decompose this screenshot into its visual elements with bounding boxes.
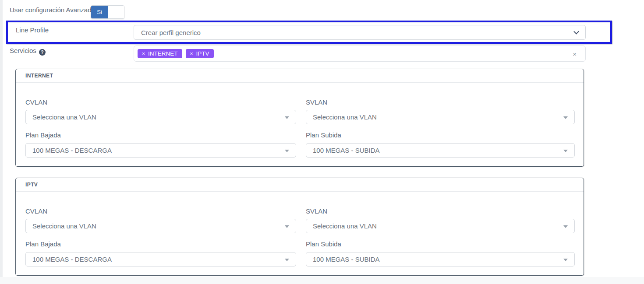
advanced-configuration-form: Usar configuración Avanzada Si Line Prof… bbox=[0, 0, 644, 284]
plan-subida-label: Plan Subida bbox=[306, 240, 575, 248]
cvlan-label: CVLAN bbox=[25, 98, 296, 106]
cvlan-label: CVLAN bbox=[25, 207, 296, 215]
iptv-card: IPTV CVLAN Selecciona una VLAN Plan Baja… bbox=[15, 178, 584, 276]
servicios-label: Servicios? bbox=[10, 47, 46, 56]
clear-all-icon[interactable]: × bbox=[573, 50, 577, 57]
iptv-card-header: IPTV bbox=[16, 178, 584, 192]
svlan-select[interactable]: Selecciona una VLAN bbox=[306, 219, 575, 233]
internet-left-column: CVLAN Selecciona una VLAN Plan Bajada 10… bbox=[25, 83, 296, 158]
caret-down-icon bbox=[563, 116, 568, 119]
advanced-config-label: Usar configuración Avanzada bbox=[10, 6, 95, 14]
caret-down-icon bbox=[563, 259, 568, 261]
plan-bajada-select-value: 100 MEGAS - DESCARGA bbox=[32, 256, 112, 263]
svlan-select[interactable]: Selecciona una VLAN bbox=[306, 110, 575, 124]
chevron-down-icon bbox=[573, 29, 579, 35]
plan-bajada-select[interactable]: 100 MEGAS - DESCARGA bbox=[25, 252, 296, 266]
caret-down-icon bbox=[563, 225, 568, 228]
remove-iptv-icon[interactable]: × bbox=[190, 51, 193, 56]
advanced-config-toggle[interactable]: Si bbox=[91, 5, 124, 19]
plan-subida-select-value: 100 MEGAS - SUBIDA bbox=[313, 147, 380, 154]
servicios-label-text: Servicios bbox=[10, 47, 36, 54]
tag-iptv-label: IPTV bbox=[196, 50, 209, 57]
caret-down-icon bbox=[285, 225, 289, 228]
internet-card-title: INTERNET bbox=[25, 73, 53, 79]
internet-right-column: SVLAN Selecciona una VLAN Plan Subida 10… bbox=[306, 83, 575, 158]
caret-down-icon bbox=[285, 150, 289, 152]
svlan-select-value: Selecciona una VLAN bbox=[313, 113, 377, 121]
svlan-select-value: Selecciona una VLAN bbox=[313, 222, 377, 230]
internet-card-header: INTERNET bbox=[16, 69, 584, 83]
cvlan-select-value: Selecciona una VLAN bbox=[32, 113, 96, 121]
line-profile-label: Line Profile bbox=[16, 26, 49, 34]
remove-internet-icon[interactable]: × bbox=[142, 51, 145, 56]
tag-internet: × INTERNET bbox=[138, 49, 182, 58]
iptv-card-title: IPTV bbox=[25, 182, 38, 188]
bottom-background bbox=[0, 277, 644, 284]
plan-subida-select[interactable]: 100 MEGAS - SUBIDA bbox=[306, 252, 575, 266]
caret-down-icon bbox=[285, 259, 289, 261]
caret-down-icon bbox=[563, 150, 568, 152]
svlan-label: SVLAN bbox=[306, 207, 575, 215]
plan-subida-label: Plan Subida bbox=[306, 131, 575, 139]
line-profile-selected-value: Crear perfil generico bbox=[141, 29, 201, 36]
cvlan-select[interactable]: Selecciona una VLAN bbox=[25, 110, 296, 124]
toggle-off-segment bbox=[108, 6, 124, 18]
iptv-left-column: CVLAN Selecciona una VLAN Plan Bajada 10… bbox=[25, 192, 296, 266]
iptv-right-column: SVLAN Selecciona una VLAN Plan Subida 10… bbox=[306, 192, 575, 266]
cvlan-select[interactable]: Selecciona una VLAN bbox=[25, 219, 296, 233]
svlan-label: SVLAN bbox=[306, 98, 575, 106]
tag-iptv: × IPTV bbox=[186, 49, 214, 58]
plan-bajada-select[interactable]: 100 MEGAS - DESCARGA bbox=[25, 143, 296, 158]
help-icon[interactable]: ? bbox=[39, 49, 46, 56]
left-edge-strip bbox=[0, 0, 3, 284]
line-profile-select[interactable]: Crear perfil generico bbox=[134, 25, 586, 40]
cvlan-select-value: Selecciona una VLAN bbox=[32, 222, 96, 230]
tag-internet-label: INTERNET bbox=[148, 50, 178, 57]
plan-bajada-label: Plan Bajada bbox=[25, 131, 296, 139]
internet-card: INTERNET CVLAN Selecciona una VLAN Plan … bbox=[15, 69, 584, 167]
plan-subida-select-value: 100 MEGAS - SUBIDA bbox=[313, 256, 380, 263]
plan-bajada-select-value: 100 MEGAS - DESCARGA bbox=[32, 147, 112, 154]
toggle-on-segment: Si bbox=[91, 6, 108, 18]
caret-down-icon bbox=[285, 116, 289, 119]
plan-subida-select[interactable]: 100 MEGAS - SUBIDA bbox=[306, 143, 575, 158]
servicios-multiselect[interactable]: × INTERNET × IPTV × bbox=[134, 46, 586, 62]
plan-bajada-label: Plan Bajada bbox=[25, 240, 296, 248]
